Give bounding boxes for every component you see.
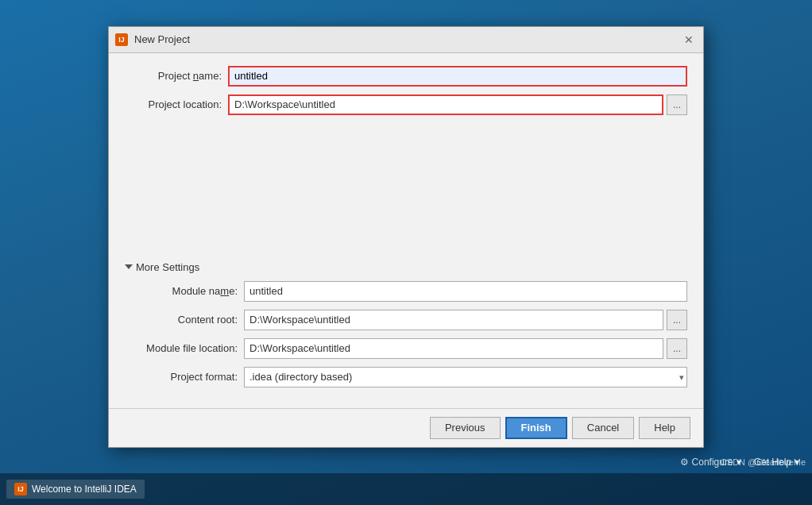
module-name-row: Module name:: [141, 281, 687, 302]
dialog-overlay: IJ New Project ✕ Project name: Project l…: [0, 0, 812, 473]
triangle-down-icon: [125, 264, 133, 269]
content-root-label: Content root:: [141, 314, 244, 326]
project-name-row: Project name:: [125, 66, 687, 87]
module-file-location-input-wrap: ...: [244, 338, 687, 359]
dialog-title-icon: IJ: [115, 33, 128, 46]
project-location-input[interactable]: [228, 94, 663, 115]
project-name-input[interactable]: [228, 66, 687, 87]
project-name-label: Project name:: [125, 70, 228, 82]
project-format-row: Project format: .idea (directory based) …: [141, 367, 687, 387]
taskbar-intellij-item[interactable]: IJ Welcome to IntelliJ IDEA: [6, 480, 145, 499]
dialog-footer: Previous Finish Cancel Help: [109, 408, 703, 447]
module-file-location-row: Module file location: ...: [141, 338, 687, 359]
dialog-title: New Project: [134, 33, 675, 45]
project-location-input-wrap: ...: [228, 94, 687, 115]
finish-button[interactable]: Finish: [505, 417, 567, 439]
project-name-underline: n: [193, 70, 199, 82]
help-button[interactable]: Help: [639, 417, 690, 439]
taskbar: IJ Welcome to IntelliJ IDEA: [0, 473, 812, 505]
cancel-button[interactable]: Cancel: [572, 417, 634, 439]
module-file-location-input[interactable]: [244, 338, 663, 359]
content-root-input-wrap: ...: [244, 310, 687, 330]
module-name-input[interactable]: [244, 281, 687, 302]
module-name-underline: m: [220, 285, 229, 297]
taskbar-intellij-icon: IJ: [14, 483, 27, 495]
project-format-select-wrap: .idea (directory based) .ipr (file based…: [244, 367, 687, 387]
project-format-dropdown-wrap: .idea (directory based) .ipr (file based…: [244, 367, 687, 387]
project-format-select[interactable]: .idea (directory based) .ipr (file based…: [244, 367, 687, 387]
spacer: [125, 123, 687, 250]
more-settings-label: More Settings: [136, 261, 199, 273]
content-root-input[interactable]: [244, 310, 663, 330]
content-root-browse-button[interactable]: ...: [667, 310, 687, 330]
module-name-input-wrap: [244, 281, 687, 302]
new-project-dialog: IJ New Project ✕ Project name: Project l…: [108, 26, 704, 448]
project-location-label: Project location:: [125, 98, 228, 110]
project-name-input-wrap: [228, 66, 687, 87]
project-location-row: Project location: ...: [125, 94, 687, 115]
taskbar-intellij-label: Welcome to IntelliJ IDEA: [32, 484, 137, 495]
module-file-location-label: Module file location:: [141, 342, 244, 354]
more-settings-body: Module name: Content root: ...: [125, 281, 687, 387]
module-file-location-browse-button[interactable]: ...: [667, 338, 687, 359]
dialog-titlebar: IJ New Project ✕: [109, 27, 703, 53]
module-name-label: Module name:: [141, 285, 244, 297]
content-root-row: Content root: ...: [141, 310, 687, 330]
project-format-label: Project format:: [141, 371, 244, 383]
project-location-browse-button[interactable]: ...: [667, 94, 687, 115]
previous-button[interactable]: Previous: [430, 417, 501, 439]
more-settings-toggle[interactable]: More Settings: [125, 261, 687, 273]
dialog-close-button[interactable]: ✕: [681, 32, 697, 48]
dialog-body: Project name: Project location: ...: [109, 53, 703, 408]
